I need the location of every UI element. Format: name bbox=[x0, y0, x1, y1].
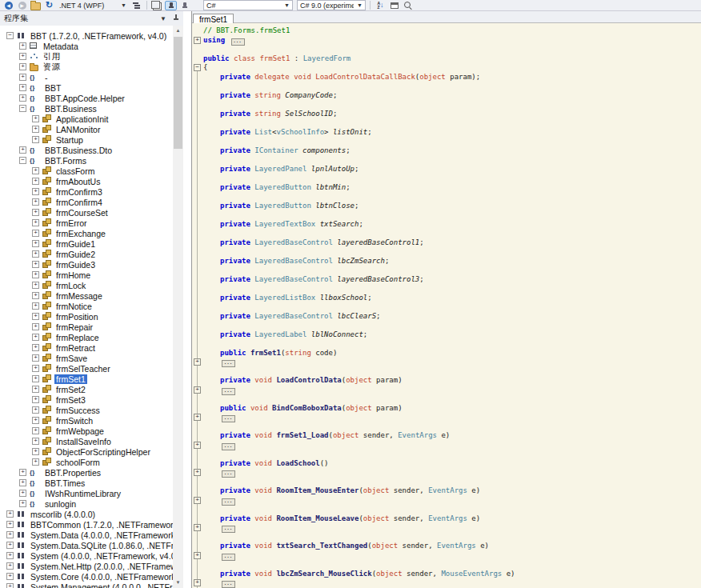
tree-scrollbar[interactable]: ▲ ▼ bbox=[173, 26, 183, 588]
code-line[interactable]: private LayeredButton lbtnMin; bbox=[192, 183, 701, 193]
expand-icon[interactable]: + bbox=[32, 271, 39, 278]
open-file-button[interactable] bbox=[30, 1, 42, 10]
code-line[interactable]: +... bbox=[192, 578, 701, 588]
tree-item-frmGuide1[interactable]: +frmGuide1 bbox=[32, 238, 173, 249]
code-line[interactable] bbox=[192, 247, 701, 257]
collapse-icon[interactable]: − bbox=[19, 105, 26, 112]
tree-item-frmSwitch[interactable]: +frmSwitch bbox=[32, 415, 173, 426]
code-line[interactable] bbox=[192, 155, 701, 165]
code-line[interactable] bbox=[192, 450, 701, 459]
fold-expand-icon[interactable]: + bbox=[194, 442, 201, 449]
expand-icon[interactable]: + bbox=[32, 365, 39, 372]
expand-icon[interactable]: + bbox=[32, 386, 39, 393]
expand-icon[interactable]: + bbox=[32, 427, 39, 434]
tree-item-BBTCommon-1.7.2.0-.NETFramework-v4.0-[interactable]: +BBTCommon (1.7.2.0, .NETFramework, v4.0… bbox=[6, 519, 173, 530]
expand-icon[interactable]: + bbox=[32, 313, 39, 320]
expand-icon[interactable]: + bbox=[32, 240, 39, 247]
fold-expand-icon[interactable]: + bbox=[194, 524, 201, 531]
expand-icon[interactable]: + bbox=[6, 521, 14, 528]
expand-icon[interactable]: + bbox=[32, 230, 39, 237]
code-line[interactable]: public void BindComBoboxData(object para… bbox=[192, 404, 701, 414]
expand-icon[interactable]: + bbox=[32, 219, 39, 226]
expand-icon[interactable]: + bbox=[19, 94, 26, 102]
code-line[interactable] bbox=[192, 367, 701, 377]
expand-icon[interactable]: + bbox=[32, 261, 39, 268]
tree-item-BBT-1.7.2.0-.NETFramework-v4.0-[interactable]: −BBT (1.7.2.0, .NETFramework, v4.0) bbox=[6, 30, 173, 41]
tree-item-BBT.Business.Dto[interactable]: +{ }BBT.Business.Dto bbox=[19, 145, 173, 155]
expand-icon[interactable]: + bbox=[32, 334, 39, 341]
code-line[interactable] bbox=[192, 339, 701, 349]
code-line[interactable]: private LayeredButton lbtnClose; bbox=[192, 202, 701, 211]
code-line[interactable] bbox=[192, 321, 701, 330]
tree-item-frmGuide2[interactable]: +frmGuide2 bbox=[32, 249, 173, 259]
code-line[interactable]: +... bbox=[192, 523, 701, 533]
code-line[interactable] bbox=[192, 533, 701, 542]
tree-item-Metadata[interactable]: +Metadata bbox=[19, 41, 173, 51]
code-line[interactable] bbox=[192, 100, 701, 110]
tree-item-System.Data-4.0.0.0-.NETFramework-v4.0-[interactable]: +System.Data (4.0.0.0, .NETFramework, v4… bbox=[6, 530, 173, 540]
expand-icon[interactable]: + bbox=[32, 250, 39, 258]
fold-expand-icon[interactable]: + bbox=[194, 579, 201, 586]
tree-item-BBT.Business[interactable]: −{ }BBT.Business bbox=[19, 103, 173, 114]
tree-item-InstallSaveInfo[interactable]: +InstallSaveInfo bbox=[32, 436, 173, 446]
expand-icon[interactable]: + bbox=[32, 292, 39, 299]
tree-item-BBT[interactable]: +{ }BBT bbox=[19, 82, 173, 93]
code-line[interactable] bbox=[192, 394, 701, 404]
tree-item-schoolForm[interactable]: +schoolForm bbox=[32, 457, 173, 467]
pin-icon[interactable] bbox=[173, 14, 179, 22]
panel-menu-icon[interactable]: ▼ bbox=[160, 15, 166, 22]
tree-item-frmNotice[interactable]: +frmNotice bbox=[32, 301, 173, 311]
expand-icon[interactable]: + bbox=[32, 126, 39, 133]
code-line[interactable]: private void lbcZmSearch_MouseClick(obje… bbox=[192, 570, 701, 579]
fold-expand-icon[interactable]: + bbox=[194, 497, 201, 504]
code-line[interactable] bbox=[192, 210, 701, 220]
tree-item-frmSelTeacher[interactable]: +frmSelTeacher bbox=[32, 363, 173, 374]
expand-icon[interactable]: + bbox=[32, 178, 39, 185]
expand-icon[interactable]: + bbox=[32, 344, 39, 351]
tree-item-frmRepair[interactable]: +frmRepair bbox=[32, 322, 173, 332]
expand-icon[interactable]: + bbox=[19, 146, 26, 154]
tree-item--[interactable]: +资源 bbox=[19, 62, 173, 72]
code-line[interactable] bbox=[192, 284, 701, 294]
code-line[interactable]: private void RoomItem_MouseLeave(object … bbox=[192, 514, 701, 524]
code-line[interactable]: private string SelSchoolID; bbox=[192, 110, 701, 119]
show-internal-api-toggle[interactable] bbox=[165, 1, 177, 10]
new-window-button[interactable] bbox=[388, 1, 400, 10]
tree-item-BBT.AppCode.Helper[interactable]: +{ }BBT.AppCode.Helper bbox=[19, 93, 173, 103]
scroll-down-icon[interactable]: ▼ bbox=[173, 578, 183, 588]
code-line[interactable]: +... bbox=[192, 551, 701, 561]
code-line[interactable] bbox=[192, 302, 701, 312]
expand-icon[interactable]: + bbox=[19, 84, 26, 91]
tree-item-frmSuccess[interactable]: +frmSuccess bbox=[32, 405, 173, 415]
code-line[interactable]: private LayeredTextBox txtSearch; bbox=[192, 220, 701, 230]
code-line[interactable] bbox=[192, 229, 701, 238]
tree-item-System-4.0.0.0-.NETFramework-v4.0-[interactable]: +System (4.0.0.0, .NETFramework, v4.0) bbox=[6, 550, 173, 561]
expand-icon[interactable]: + bbox=[19, 479, 26, 486]
fold-expand-icon[interactable]: + bbox=[194, 552, 201, 559]
tree-item-frmSave[interactable]: +frmSave bbox=[32, 353, 173, 363]
code-line[interactable]: private void LoadSchool() bbox=[192, 459, 701, 469]
tree-item-frmCourseSet[interactable]: +frmCourseSet bbox=[32, 207, 173, 218]
code-line[interactable] bbox=[192, 422, 701, 432]
expand-icon[interactable]: + bbox=[6, 562, 14, 570]
tree-item-ObjectForScriptingHelper[interactable]: +ObjectForScriptingHelper bbox=[32, 446, 173, 457]
code-line[interactable]: public frmSet1(string code) bbox=[192, 349, 701, 358]
fold-expand-icon[interactable]: + bbox=[194, 358, 201, 366]
code-line[interactable]: private List<vSchoolInfo> listOnit; bbox=[192, 128, 701, 138]
expand-icon[interactable]: + bbox=[32, 209, 39, 216]
code-line[interactable]: +using ... bbox=[192, 36, 701, 46]
code-line[interactable] bbox=[192, 118, 701, 128]
expand-icon[interactable]: + bbox=[32, 302, 39, 310]
code-line[interactable]: +... bbox=[192, 358, 701, 367]
tree-item-System.Data.SQLite-1.0.86.0-.NETFramework-v4.0-[interactable]: +System.Data.SQLite (1.0.86.0, .NETFrame… bbox=[6, 540, 173, 550]
fold-collapse-icon[interactable]: − bbox=[194, 64, 201, 71]
language-dropdown[interactable]: C# ▼ bbox=[203, 0, 293, 10]
expand-icon[interactable]: + bbox=[32, 198, 39, 206]
code-line[interactable] bbox=[192, 82, 701, 91]
expand-icon[interactable]: + bbox=[32, 188, 39, 195]
tree-item-BBT.Times[interactable]: +{ }BBT.Times bbox=[19, 478, 173, 488]
code-line[interactable]: private LayeredBaseControl layeredBaseCo… bbox=[192, 238, 701, 248]
tree-item-frmError[interactable]: +frmError bbox=[32, 218, 173, 228]
code-line[interactable] bbox=[192, 266, 701, 275]
code-line[interactable] bbox=[192, 505, 701, 514]
